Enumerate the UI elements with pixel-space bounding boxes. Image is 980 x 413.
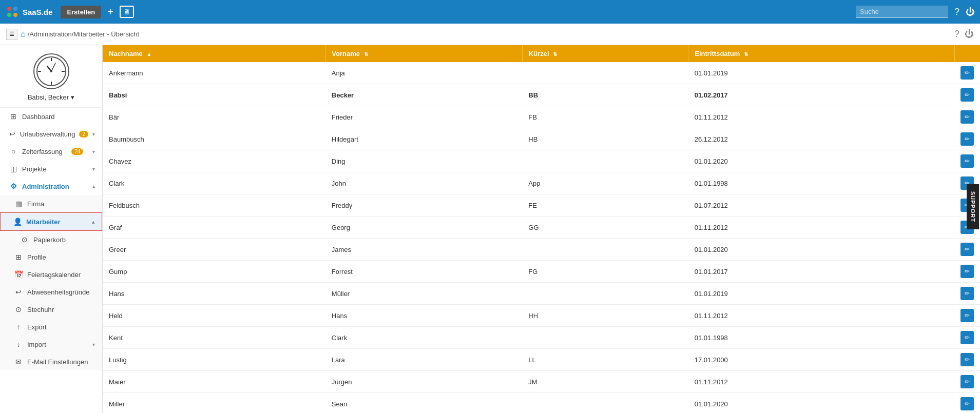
question-icon[interactable]: ? (954, 7, 959, 17)
cell-kuerzel: FE (522, 194, 688, 217)
support-tab[interactable]: SUPPORT (967, 184, 979, 229)
svg-point-1 (13, 7, 17, 11)
cell-nachname: Hans (103, 283, 325, 305)
svg-point-3 (13, 13, 17, 17)
sidebar-item-administration[interactable]: ⚙ Administration ▴ (0, 178, 102, 195)
content-area: Nachname ▲ Vorname ⇅ Kürzel ⇅ Eintritt (103, 45, 980, 413)
table-row: GrafGeorgGG01.11.2012✏ (103, 217, 980, 239)
second-bar-icons: ? ⏻ (954, 29, 974, 40)
home-icon[interactable]: ⌂ (21, 30, 26, 39)
table-row: BabsiBeckerBB01.02.2017✏ (103, 84, 980, 106)
sidebar-item-export[interactable]: ↑ Export (0, 318, 102, 336)
sidebar-item-mitarbeiter[interactable]: 👤 Mitarbeiter ▴ (0, 212, 102, 231)
chevron-icon: ▾ (92, 166, 95, 172)
sidebar-item-label: Profile (27, 253, 46, 261)
col-kuerzel[interactable]: Kürzel ⇅ (522, 45, 688, 62)
cell-edit: ✏ (954, 106, 980, 128)
administration-sub: ▦ Firma 👤 Mitarbeiter ▴ ⊙ Papierkorb ⊞ (0, 195, 102, 370)
chevron-down-icon: ▾ (92, 342, 95, 347)
cell-kuerzel: FG (522, 261, 688, 283)
cell-vorname: Hildegart (325, 128, 523, 150)
table-row: ClarkJohnApp01.01.1998✏ (103, 172, 980, 194)
svg-point-11 (50, 70, 52, 72)
table-row: GreerJames01.01.2020✏ (103, 239, 980, 261)
sidebar-item-label: Dashboard (22, 113, 55, 121)
cell-nachname: Clark (103, 172, 325, 194)
sidebar-item-import[interactable]: ↓ Import ▾ (0, 336, 102, 353)
sidebar-item-email-einstellungen[interactable]: ✉ E-Mail Einstellungen (0, 353, 102, 370)
sidebar-item-projekte[interactable]: ◫ Projekte ▾ (0, 160, 102, 178)
logo-icon (5, 5, 20, 19)
help-icon[interactable]: ? (954, 29, 959, 40)
sidebar-item-label: Feiertagskalender (27, 271, 81, 279)
sidebar-item-zeiterfassung[interactable]: ○ Zeiterfassung 74 ▾ (0, 143, 102, 160)
user-name[interactable]: Babsi, Becker ▾ (28, 93, 74, 101)
cell-edit: ✏ (954, 261, 980, 283)
cell-kuerzel (522, 239, 688, 261)
cell-vorname: Lara (325, 349, 523, 371)
sidebar-item-firma[interactable]: ▦ Firma (0, 195, 102, 212)
edit-button[interactable]: ✏ (960, 309, 974, 322)
col-nachname[interactable]: Nachname ▲ (103, 45, 325, 62)
edit-button[interactable]: ✏ (960, 66, 974, 80)
sidebar-item-feiertagskalender[interactable]: 📅 Feiertagskalender (0, 266, 102, 283)
edit-button[interactable]: ✏ (960, 265, 974, 278)
cell-eintrittsdatum: 01.01.2020 (688, 239, 954, 261)
projekte-icon: ◫ (9, 165, 18, 173)
search-input[interactable] (856, 6, 948, 18)
cell-eintrittsdatum: 01.01.2020 (688, 393, 954, 414)
cell-nachname: Lustig (103, 349, 325, 371)
cell-vorname: Frieder (325, 106, 523, 128)
monitor-icon: 🖥 (123, 8, 130, 16)
cell-kuerzel (522, 62, 688, 84)
cell-eintrittsdatum: 01.01.2017 (688, 261, 954, 283)
monitor-button[interactable]: 🖥 (120, 6, 134, 18)
cell-nachname: Held (103, 305, 325, 327)
mitarbeiter-table: Nachname ▲ Vorname ⇅ Kürzel ⇅ Eintritt (103, 45, 980, 413)
cell-eintrittsdatum: 01.11.2012 (688, 371, 954, 393)
cell-eintrittsdatum: 01.01.2020 (688, 150, 954, 172)
cell-edit: ✏ (954, 150, 980, 172)
sidebar-item-label: Stechuhr (27, 306, 54, 313)
export-icon: ↑ (14, 323, 23, 331)
urlaubsverwaltung-badge: 2 (79, 131, 88, 137)
clock-face (36, 56, 67, 87)
sidebar-item-profile[interactable]: ⊞ Profile (0, 248, 102, 266)
edit-button[interactable]: ✏ (960, 375, 974, 388)
plus-button[interactable]: + (105, 6, 116, 18)
edit-button[interactable]: ✏ (960, 331, 974, 344)
sidebar-item-papierkorb[interactable]: ⊙ Papierkorb (0, 231, 102, 248)
cell-kuerzel: GG (522, 217, 688, 239)
edit-button[interactable]: ✏ (960, 397, 974, 410)
table-row: BaumbuschHildegartHB26.12.2012✏ (103, 128, 980, 150)
cell-vorname: John (325, 172, 523, 194)
sidebar-item-label: Firma (27, 200, 44, 208)
edit-button[interactable]: ✏ (960, 353, 974, 366)
col-vorname[interactable]: Vorname ⇅ (325, 45, 523, 62)
cell-kuerzel: App (522, 172, 688, 194)
cell-kuerzel (522, 283, 688, 305)
chevron-icon: ▾ (92, 149, 95, 154)
cell-edit: ✏ (954, 239, 980, 261)
power-off-icon[interactable]: ⏻ (965, 29, 974, 40)
table-row: BärFriederFB01.11.2012✏ (103, 106, 980, 128)
col-eintrittsdatum[interactable]: Eintrittsdatum ⇅ (688, 45, 954, 62)
sidebar-item-abwesenheitsgruende[interactable]: ↩ Abwesenheitsgründe (0, 283, 102, 301)
chevron-up-icon: ▴ (92, 184, 95, 189)
edit-button[interactable]: ✏ (960, 287, 974, 300)
power-icon[interactable]: ⏻ (966, 7, 975, 17)
edit-button[interactable]: ✏ (960, 243, 974, 256)
sidebar-item-stechuhr[interactable]: ⊙ Stechuhr (0, 301, 102, 318)
sidebar-toggle[interactable]: ☰ (6, 29, 17, 40)
edit-button[interactable]: ✏ (960, 154, 974, 168)
sidebar-item-urlaubsverwaltung[interactable]: ↩ Urlaubsverwaltung 2 ▾ (0, 125, 102, 143)
user-section: Babsi, Becker ▾ (0, 45, 102, 108)
top-bar-right: ? ⏻ (856, 6, 975, 18)
edit-button[interactable]: ✏ (960, 88, 974, 102)
cell-eintrittsdatum: 01.01.1998 (688, 327, 954, 349)
erstellen-button[interactable]: Erstellen (61, 6, 101, 18)
sidebar-item-dashboard[interactable]: ⊞ Dashboard (0, 108, 102, 125)
cell-nachname: Babsi (103, 84, 325, 106)
edit-button[interactable]: ✏ (960, 110, 974, 124)
edit-button[interactable]: ✏ (960, 132, 974, 146)
